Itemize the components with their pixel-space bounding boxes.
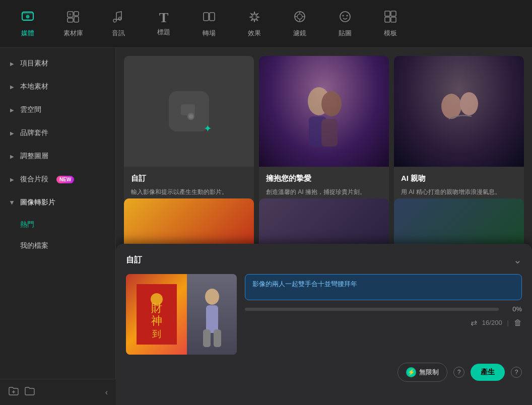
nav-item-title[interactable]: T 標題 bbox=[141, 4, 186, 44]
card-kiss-title: AI 親吻 bbox=[401, 174, 517, 183]
svg-point-19 bbox=[343, 15, 344, 17]
nav-item-media[interactable]: 媒體 bbox=[5, 4, 50, 44]
svg-rect-5 bbox=[74, 12, 79, 16]
svg-rect-23 bbox=[385, 17, 390, 22]
sidebar-label-adjustment-layer: 調整圖層 bbox=[20, 152, 48, 161]
card-hug-desc: 創造溫馨的 AI 擁抱，捕捉珍貴片刻。 bbox=[266, 187, 382, 196]
unlimited-button[interactable]: ⚡ 無限制 bbox=[397, 363, 447, 382]
nav-item-sticker[interactable]: 貼圖 bbox=[322, 4, 368, 44]
preview-left-panel: 財 神 到 bbox=[126, 274, 187, 355]
sidebar-item-brand-kit[interactable]: ▶ 品牌套件 bbox=[0, 121, 115, 145]
sidebar-label-local-assets: 本地素材 bbox=[20, 82, 48, 91]
template-icon bbox=[383, 10, 397, 26]
card-bottom-1[interactable] bbox=[124, 198, 254, 249]
nav-label-template: 模板 bbox=[384, 29, 397, 38]
sidebar-sub-label-my-files: 我的檔案 bbox=[20, 241, 48, 250]
sidebar: ▶ 項目素材 ▶ 本地素材 ▶ 雲空間 ▶ 品牌套件 ▶ 調整圖層 ▶ 復合片段… bbox=[0, 48, 116, 405]
transition-icon bbox=[202, 10, 216, 26]
card-custom-title: 自訂 bbox=[131, 174, 247, 183]
modal-close-icon[interactable]: ⌄ bbox=[513, 254, 522, 266]
svg-rect-6 bbox=[74, 17, 79, 22]
card-custom-image: ✦ bbox=[124, 56, 254, 167]
unlimited-label: 無限制 bbox=[419, 368, 439, 377]
svg-rect-10 bbox=[204, 13, 209, 21]
arrow-icon: ▶ bbox=[10, 61, 14, 66]
svg-point-31 bbox=[321, 91, 342, 116]
nav-item-assets[interactable]: 素材庫 bbox=[50, 4, 96, 44]
svg-rect-21 bbox=[385, 11, 390, 16]
arrow-icon: ▶ bbox=[10, 130, 14, 136]
svg-point-35 bbox=[460, 92, 478, 115]
sidebar-bottom-icons bbox=[8, 385, 35, 399]
sidebar-item-local-assets[interactable]: ▶ 本地素材 bbox=[0, 75, 115, 98]
trash-icon[interactable]: 🗑 bbox=[514, 318, 522, 327]
svg-point-2 bbox=[26, 15, 30, 19]
sidebar-bottom: ‹ bbox=[0, 379, 116, 405]
svg-rect-24 bbox=[391, 17, 396, 22]
nav-label-filter: 濾鏡 bbox=[293, 29, 306, 38]
sidebar-item-image-to-video[interactable]: ▶ 圖像轉影片 bbox=[0, 191, 115, 214]
nav-item-effects[interactable]: 效果 bbox=[232, 4, 277, 44]
generate-help-icon: ? bbox=[515, 369, 518, 376]
svg-point-18 bbox=[340, 12, 350, 22]
new-badge: NEW bbox=[56, 176, 74, 183]
svg-rect-43 bbox=[203, 329, 211, 347]
arrow-icon-expanded: ▶ bbox=[10, 200, 15, 205]
filter-icon bbox=[293, 10, 307, 26]
svg-point-13 bbox=[297, 14, 302, 19]
svg-text:神: 神 bbox=[151, 314, 162, 327]
collapse-icon[interactable]: ‹ bbox=[105, 388, 108, 397]
new-folder-icon[interactable] bbox=[8, 385, 19, 399]
modal-body: 財 神 到 bbox=[126, 274, 522, 355]
unlimited-help-button[interactable]: ? bbox=[453, 367, 464, 378]
media-icon bbox=[21, 10, 35, 26]
svg-rect-22 bbox=[391, 11, 396, 16]
nav-item-template[interactable]: 模板 bbox=[368, 4, 413, 44]
sidebar-sub-label-hot: 熱門 bbox=[20, 220, 34, 229]
arrow-icon: ▶ bbox=[10, 107, 14, 113]
card-bottom-3[interactable] bbox=[394, 198, 524, 249]
sidebar-item-compound-clip[interactable]: ▶ 復合片段 NEW bbox=[0, 168, 115, 191]
nav-item-filter[interactable]: 濾鏡 bbox=[277, 4, 322, 44]
nav-label-title: 標題 bbox=[157, 28, 170, 37]
sidebar-item-cloud-space[interactable]: ▶ 雲空間 bbox=[0, 98, 115, 121]
sidebar-label-cloud-space: 雲空間 bbox=[20, 105, 41, 114]
folder-icon[interactable] bbox=[24, 385, 35, 399]
card-kiss-image bbox=[394, 56, 524, 167]
modal-header: 自訂 ⌄ bbox=[126, 254, 522, 266]
nav-item-audio[interactable]: 音訊 bbox=[96, 4, 141, 44]
svg-rect-33 bbox=[321, 119, 338, 147]
char-count: 16/200 bbox=[482, 319, 502, 326]
unlimited-icon: ⚡ bbox=[406, 367, 416, 377]
sparkle-icon: ✦ bbox=[204, 122, 212, 134]
generate-help-button[interactable]: ? bbox=[511, 367, 522, 378]
prompt-input[interactable]: 影像的兩人一起雙手合十並彎腰拜年 bbox=[245, 274, 522, 300]
sidebar-label-project-assets: 項目素材 bbox=[20, 59, 48, 68]
separator: | bbox=[507, 319, 509, 326]
arrow-icon: ▶ bbox=[10, 177, 14, 182]
sidebar-item-my-files[interactable]: 我的檔案 bbox=[0, 235, 115, 256]
generate-button[interactable]: 產生 bbox=[471, 364, 505, 381]
prompt-text: 影像的兩人一起雙手合十並彎腰拜年 bbox=[252, 280, 357, 288]
sidebar-item-project-assets[interactable]: ▶ 項目素材 bbox=[0, 52, 115, 75]
arrow-icon: ▶ bbox=[10, 84, 14, 90]
svg-text:到: 到 bbox=[152, 329, 161, 339]
cards-bottom-row bbox=[116, 198, 532, 244]
nav-label-audio: 音訊 bbox=[112, 29, 125, 38]
shuffle-icon[interactable]: ⇄ bbox=[471, 318, 477, 327]
sidebar-item-hot[interactable]: 熱門 bbox=[0, 214, 115, 235]
progress-bar-background bbox=[245, 308, 499, 311]
nav-label-media: 媒體 bbox=[21, 29, 34, 38]
card-bottom-2[interactable] bbox=[259, 198, 389, 249]
assets-icon bbox=[66, 10, 80, 26]
svg-point-8 bbox=[113, 19, 116, 22]
preview-inner: 財 神 到 bbox=[126, 274, 237, 355]
nav-label-assets: 素材庫 bbox=[63, 29, 83, 38]
sidebar-label-brand-kit: 品牌套件 bbox=[20, 128, 48, 138]
card-kiss-desc: 用 AI 精心打造的親吻增添浪漫氣息。 bbox=[401, 187, 517, 196]
sidebar-item-adjustment-layer[interactable]: ▶ 調整圖層 bbox=[0, 145, 115, 168]
card-custom-desc: 輸入影像和提示以產生生動的影片。 bbox=[131, 187, 247, 196]
nav-item-transition[interactable]: 轉場 bbox=[186, 4, 232, 44]
card-hug-title: 擁抱您的摯愛 bbox=[266, 174, 382, 183]
card-hug-image bbox=[259, 56, 389, 167]
